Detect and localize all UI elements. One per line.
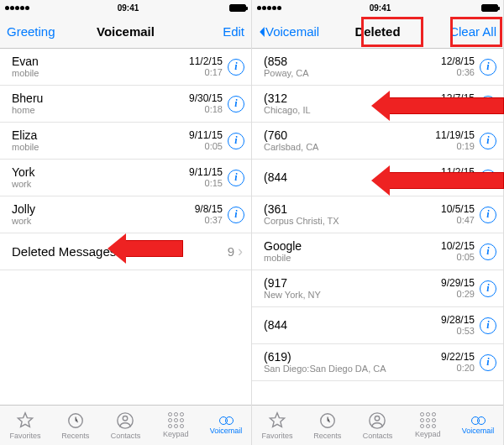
row-duration: 0:53 [441,326,475,336]
row-title: (917 [264,277,441,290]
voicemail-row[interactable]: (917 New York, NY 9/29/15 0:29 i [252,270,503,307]
voicemail-icon [471,416,486,425]
row-date: 11/19/15 [435,130,475,141]
row-subtitle: Chicago, IL [264,105,441,115]
row-duration: 0:30 [441,104,475,114]
info-icon[interactable]: i [228,207,244,223]
voicemail-row[interactable]: Eliza mobile 9/11/15 0:05 i [0,123,251,160]
voicemail-row[interactable]: (619) San Diego:San Diego DA, CA 9/22/15… [252,344,503,381]
info-icon[interactable]: i [480,280,496,297]
deleted-link-label: Deleted Messages [12,244,228,259]
row-date: 12/8/15 [441,56,475,67]
row-title: (858 [264,55,441,68]
clear-all-button[interactable]: Clear All [438,24,496,39]
row-duration: 0:20 [441,363,475,373]
row-title: (619) [264,351,441,364]
row-subtitle: work [12,179,189,189]
deleted-list: (858 Poway, CA 12/8/15 0:36 i (312 Chica… [252,49,503,405]
voicemail-row[interactable]: (760 Carlsbad, CA 11/19/15 0:19 i [252,123,503,160]
tab-label: Keypad [415,430,441,438]
row-title: (361 [264,203,441,216]
tab-label: Recents [313,432,341,440]
tab-voicemail[interactable]: Voicemail [201,406,251,445]
info-icon[interactable]: i [480,317,496,334]
info-icon[interactable]: i [480,207,496,223]
info-icon[interactable]: i [480,96,496,113]
voicemail-row[interactable]: (312 Chicago, IL 12/7/15 0:30 i [252,86,503,123]
row-date: 10/2/15 [441,241,475,252]
row-title: (312 [264,92,441,105]
row-title: Google [264,240,441,253]
greeting-button[interactable]: Greeting [7,24,66,39]
edit-button[interactable]: Edit [186,24,244,39]
voicemail-row[interactable]: York work 9/11/15 0:15 i [0,160,251,196]
star-icon [16,411,34,430]
info-icon[interactable]: i [228,133,244,149]
chevron-left-icon [260,27,265,37]
row-subtitle: San Diego:San Diego DA, CA [264,364,441,374]
voicemail-list: Evan mobile 11/2/15 0:17 i Bheru home 9/… [0,49,251,405]
row-title: Bheru [12,92,189,105]
tab-bar: FavoritesRecentsContactsKeypadVoicemail [252,405,503,445]
back-label: Voicemail [265,24,319,39]
row-subtitle: work [12,216,195,226]
status-time: 09:41 [370,3,391,13]
tab-recents[interactable]: Recents [50,406,101,445]
voicemail-row[interactable]: Google mobile 10/2/15 0:05 i [252,233,503,270]
row-date: 9/11/15 [189,167,223,178]
nav-bar: Voicemail Deleted Clear All [252,15,503,49]
tab-keypad[interactable]: Keypad [150,406,201,445]
info-icon[interactable]: i [228,59,244,76]
voicemail-screen: 09:41 Greeting Voicemail Edit Evan mobil… [0,0,252,445]
voicemail-row[interactable]: (361 Corpus Christi, TX 10/5/15 0:47 i [252,196,503,233]
row-subtitle: Carlsbad, CA [264,142,435,152]
status-bar: 09:41 [0,0,251,15]
tab-contacts[interactable]: Contacts [101,406,151,445]
tab-favorites[interactable]: Favorites [252,406,302,445]
info-icon[interactable]: i [228,96,244,113]
info-icon[interactable]: i [228,170,244,186]
row-date: 9/28/15 [441,315,475,326]
info-icon[interactable]: i [480,170,496,186]
row-duration: 0:19 [435,141,475,151]
back-button[interactable]: Voicemail [259,24,319,39]
tab-voicemail[interactable]: Voicemail [453,406,503,445]
info-icon[interactable]: i [480,354,496,371]
row-duration: 0:37 [195,215,223,225]
row-title: (844 [264,171,441,184]
voicemail-row[interactable]: Jolly work 9/8/15 0:37 i [0,196,251,233]
tab-label: Favorites [9,432,40,440]
voicemail-row[interactable]: Evan mobile 11/2/15 0:17 i [0,49,251,86]
tab-recents[interactable]: Recents [302,406,353,445]
info-icon[interactable]: i [480,59,496,76]
row-date: 9/22/15 [441,352,475,363]
tab-contacts[interactable]: Contacts [353,406,403,445]
row-title: (760 [264,129,435,142]
chevron-right-icon: › [238,243,243,260]
info-icon[interactable]: i [480,133,496,149]
deleted-messages-link[interactable]: Deleted Messages 9 › [0,233,251,270]
row-title: Jolly [12,203,195,216]
tab-favorites[interactable]: Favorites [0,406,50,445]
tab-keypad[interactable]: Keypad [402,406,453,445]
row-subtitle: mobile [264,253,441,263]
info-icon[interactable]: i [480,243,496,260]
row-title: Eliza [12,129,189,142]
voicemail-icon [219,416,234,425]
svg-point-2 [123,416,129,421]
voicemail-row[interactable]: Bheru home 9/30/15 0:18 i [0,86,251,123]
row-date: 9/8/15 [195,204,223,215]
row-duration: 0:05 [189,141,223,151]
voicemail-row[interactable]: (844 11/2/15 0:51 i [252,160,503,196]
tab-label: Favorites [261,432,292,440]
row-duration: 0:17 [189,67,223,77]
row-duration: 0:51 [441,178,475,188]
row-subtitle: home [12,105,189,115]
voicemail-row[interactable]: (858 Poway, CA 12/8/15 0:36 i [252,49,503,86]
keypad-icon [420,412,436,428]
voicemail-row[interactable]: (844 9/28/15 0:53 i [252,307,503,344]
contact-icon [368,411,386,430]
row-date: 10/5/15 [441,204,475,215]
deleted-screen: 09:41 Voicemail Deleted Clear All (858 P… [252,0,504,445]
clock-icon [66,411,85,430]
